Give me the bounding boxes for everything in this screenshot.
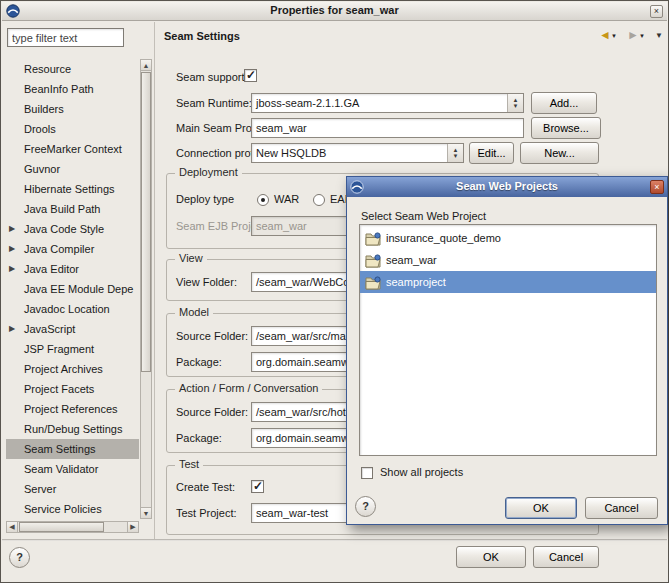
properties-tree: Resource BeanInfo Path Builders Drools F… (6, 59, 139, 519)
sidebar-item-label: Java EE Module Depe (24, 283, 133, 295)
sidebar-horizontal-scrollbar[interactable]: ◀ ▶ (6, 521, 139, 533)
combo-arrows-icon[interactable]: ▲▼ (447, 144, 463, 162)
sidebar-item-java-build-path[interactable]: Java Build Path (6, 199, 139, 219)
dialog-ok-button[interactable]: OK (505, 497, 577, 519)
sidebar-item-jsp-fragment[interactable]: JSP Fragment (6, 339, 139, 359)
ok-button[interactable]: OK (456, 546, 526, 568)
back-dropdown-icon[interactable]: ▼ (611, 33, 617, 39)
create-test-checkbox[interactable] (251, 480, 264, 493)
project-list-item-insurance-quote-demo[interactable]: insurance_quote_demo (360, 227, 656, 249)
deploy-ear-radio[interactable] (313, 194, 325, 206)
scrollbar-thumb[interactable] (141, 72, 151, 372)
select-project-label: Select Seam Web Project (361, 210, 486, 222)
deploy-war-radio[interactable] (257, 194, 269, 206)
connection-profile-combo[interactable]: New HSQLDB ▲▼ (251, 143, 464, 163)
expand-icon[interactable]: ▶ (9, 319, 21, 339)
sidebar-item-project-facets[interactable]: Project Facets (6, 379, 139, 399)
expand-icon[interactable]: ▶ (9, 219, 21, 239)
model-group-legend: Model (175, 306, 213, 318)
dialog-close-icon[interactable]: × (650, 180, 664, 194)
sidebar-item-label: Builders (24, 103, 64, 115)
expand-icon[interactable]: ▶ (9, 239, 21, 259)
combo-arrows-icon[interactable]: ▲▼ (507, 94, 523, 112)
sidebar-item-javadoc-location[interactable]: Javadoc Location (6, 299, 139, 319)
sidebar-item-builders[interactable]: Builders (6, 99, 139, 119)
sidebar-item-java-code-style[interactable]: ▶Java Code Style (6, 219, 139, 239)
project-list-item-seamproject[interactable]: seamproject (360, 271, 656, 293)
help-button[interactable]: ? (9, 547, 30, 568)
sidebar-item-resource[interactable]: Resource (6, 59, 139, 79)
dialog-titlebar[interactable]: Seam Web Projects × (347, 177, 667, 197)
sidebar-item-seam-validator[interactable]: Seam Validator (6, 459, 139, 479)
sidebar-item-label: Run/Debug Settings (24, 423, 122, 435)
show-all-projects-checkbox[interactable] (361, 467, 373, 479)
seam-runtime-value: jboss-seam-2.1.1.GA (256, 97, 359, 109)
sidebar-item-label: Drools (24, 123, 56, 135)
forward-dropdown-icon[interactable]: ▼ (639, 33, 645, 39)
view-menu-icon[interactable]: ▼ (655, 31, 663, 40)
deployment-group-legend: Deployment (175, 166, 242, 178)
sidebar-item-label: Javadoc Location (24, 303, 110, 315)
scroll-down-icon[interactable]: ▼ (141, 507, 151, 518)
main-seam-project-field[interactable]: seam_war (251, 118, 524, 138)
seam-project-icon (365, 253, 381, 267)
window-titlebar[interactable]: Properties for seam_war × (2, 2, 667, 21)
sidebar-item-beaninfo-path[interactable]: BeanInfo Path (6, 79, 139, 99)
seam-support-checkbox[interactable] (244, 69, 257, 82)
project-list-item-seam-war[interactable]: seam_war (360, 249, 656, 271)
dialog-help-button[interactable]: ? (355, 496, 376, 517)
sidebar-item-label: Service Policies (24, 503, 102, 515)
scroll-right-icon[interactable]: ▶ (127, 522, 138, 532)
sidebar-item-run-debug-settings[interactable]: Run/Debug Settings (6, 419, 139, 439)
scroll-left-icon[interactable]: ◀ (7, 522, 18, 532)
sidebar-item-service-policies[interactable]: Service Policies (6, 499, 139, 519)
action-group-legend: Action / Form / Conversation (175, 382, 322, 394)
sidebar-item-java-compiler[interactable]: ▶Java Compiler (6, 239, 139, 259)
sidebar-vertical-scrollbar[interactable]: ▲ ▼ (140, 59, 152, 519)
sidebar-item-seam-settings[interactable]: Seam Settings (6, 439, 139, 459)
expand-icon[interactable]: ▶ (9, 259, 21, 279)
project-list: insurance_quote_demo seam_war (359, 224, 657, 456)
sidebar-item-java-editor[interactable]: ▶Java Editor (6, 259, 139, 279)
sidebar-item-freemarker-context[interactable]: FreeMarker Context (6, 139, 139, 159)
new-button[interactable]: New... (520, 142, 599, 164)
sidebar-item-label: FreeMarker Context (24, 143, 122, 155)
seam-project-icon (365, 231, 381, 245)
sidebar-item-project-archives[interactable]: Project Archives (6, 359, 139, 379)
sidebar-item-label: Project References (24, 403, 118, 415)
cancel-button[interactable]: Cancel (533, 546, 599, 568)
show-all-projects-label: Show all projects (380, 466, 463, 478)
dialog-cancel-button[interactable]: Cancel (585, 497, 658, 519)
sidebar-item-javascript[interactable]: ▶JavaScript (6, 319, 139, 339)
filter-input[interactable] (7, 28, 124, 47)
sidebar-item-project-references[interactable]: Project References (6, 399, 139, 419)
close-icon[interactable]: × (650, 5, 663, 18)
sidebar-item-label: Java Compiler (24, 243, 94, 255)
page-title: Seam Settings (164, 30, 240, 42)
deploy-type-label: Deploy type (176, 193, 234, 205)
sidebar-item-java-ee-module[interactable]: Java EE Module Depe (6, 279, 139, 299)
sidebar-item-label: Java Build Path (24, 203, 100, 215)
scroll-up-icon[interactable]: ▲ (141, 60, 151, 71)
back-icon[interactable]: ◄▼ (599, 28, 617, 42)
add-button[interactable]: Add... (531, 92, 597, 114)
sidebar-item-drools[interactable]: Drools (6, 119, 139, 139)
dialog-title: Seam Web Projects (347, 180, 667, 192)
sidebar-item-guvnor[interactable]: Guvnor (6, 159, 139, 179)
sidebar-divider (154, 22, 155, 539)
sidebar-item-label: Project Archives (24, 363, 103, 375)
edit-button[interactable]: Edit... (469, 142, 514, 164)
sidebar-item-label: Resource (24, 63, 71, 75)
sidebar-item-label: Seam Settings (24, 443, 96, 455)
browse-button[interactable]: Browse... (531, 117, 601, 139)
model-package-label: Package: (176, 356, 222, 368)
seam-runtime-combo[interactable]: jboss-seam-2.1.1.GA ▲▼ (251, 93, 524, 113)
test-group-legend: Test (175, 458, 203, 470)
project-label: seam_war (386, 254, 437, 266)
seam-support-label: Seam support: (176, 71, 248, 83)
deploy-war-label: WAR (274, 193, 299, 205)
sidebar-item-hibernate-settings[interactable]: Hibernate Settings (6, 179, 139, 199)
sidebar-item-server[interactable]: Server (6, 479, 139, 499)
forward-icon[interactable]: ►▼ (627, 28, 645, 42)
scrollbar-thumb[interactable] (19, 522, 104, 532)
